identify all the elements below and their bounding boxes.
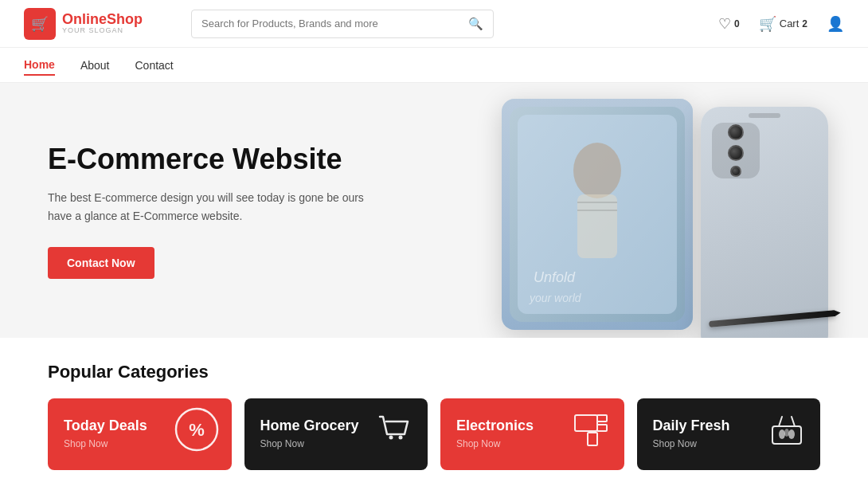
electronics-icon: [570, 409, 612, 460]
category-name-today-deals: Today Deals: [64, 418, 147, 435]
header-actions: ♡ 0 🛒 Cart 2 👤: [718, 15, 844, 33]
hero-image: Unfold your world: [390, 83, 868, 338]
phone-fold-illustration: Unfold your world: [502, 99, 693, 330]
nav-item-home[interactable]: Home: [24, 55, 55, 76]
svg-point-10: [389, 436, 393, 440]
category-name-home-grocery: Home Grocery: [260, 418, 359, 435]
today-deals-icon: %: [174, 407, 219, 461]
camera-lens-3: [730, 166, 741, 177]
category-electronics[interactable]: Electronics Shop Now: [440, 398, 624, 470]
user-button[interactable]: 👤: [827, 15, 844, 33]
header: 🛒 OnlineShop Your Slogan 🔍 ♡ 0 🛒 Cart 2 …: [0, 0, 868, 48]
search-input[interactable]: [201, 18, 468, 29]
svg-rect-13: [588, 433, 597, 445]
svg-rect-15: [597, 425, 607, 431]
search-bar[interactable]: 🔍: [191, 10, 494, 38]
hero-title: E-Commerce Website: [48, 142, 382, 176]
svg-text:Unfold: Unfold: [534, 269, 576, 285]
category-home-grocery[interactable]: Home Grocery Shop Now: [244, 398, 428, 470]
svg-point-18: [788, 429, 795, 439]
category-shop-home-grocery[interactable]: Shop Now: [260, 438, 359, 449]
svg-text:%: %: [189, 420, 205, 440]
navigation: Home About Contact: [0, 48, 868, 83]
svg-rect-12: [575, 415, 597, 431]
cart-button[interactable]: 🛒 Cart 2: [759, 15, 807, 33]
category-shop-daily-fresh[interactable]: Shop Now: [653, 438, 730, 449]
nav-item-about[interactable]: About: [80, 56, 110, 75]
hero-content: E-Commerce Website The best E-commerce d…: [48, 142, 382, 279]
popular-categories-title: Popular Categories: [48, 362, 820, 382]
category-today-deals[interactable]: Today Deals Shop Now %: [48, 398, 232, 470]
camera-lens-2: [728, 145, 744, 161]
svg-point-19: [784, 429, 789, 437]
user-icon: 👤: [827, 15, 844, 33]
camera-lens-main: [728, 124, 744, 140]
heart-icon: ♡: [718, 15, 731, 33]
category-shop-electronics[interactable]: Shop Now: [456, 438, 534, 449]
logo[interactable]: 🛒 OnlineShop Your Slogan: [24, 8, 167, 40]
categories-grid: Today Deals Shop Now % Home Grocery Shop…: [48, 398, 820, 470]
svg-rect-3: [577, 194, 617, 258]
phone-straight-illustration: [701, 107, 828, 338]
category-name-daily-fresh: Daily Fresh: [653, 418, 730, 435]
category-daily-fresh[interactable]: Daily Fresh Shop Now: [637, 398, 821, 470]
logo-subtitle: Your Slogan: [62, 27, 143, 35]
cart-label: Cart: [780, 18, 800, 29]
likes-button[interactable]: ♡ 0: [718, 15, 740, 33]
svg-point-17: [779, 429, 785, 439]
svg-point-2: [573, 143, 621, 198]
home-grocery-icon: [373, 409, 415, 460]
category-shop-today-deals[interactable]: Shop Now: [64, 438, 147, 449]
category-name-electronics: Electronics: [456, 418, 534, 435]
hero-section: E-Commerce Website The best E-commerce d…: [0, 83, 868, 338]
likes-count: 0: [734, 18, 740, 29]
svg-text:your world: your world: [529, 292, 582, 304]
popular-categories-section: Popular Categories Today Deals Shop Now …: [0, 338, 868, 494]
hero-description: The best E-commerce design you will see …: [48, 189, 382, 225]
cart-icon: 🛒: [759, 15, 776, 33]
daily-fresh-icon: [766, 409, 807, 460]
logo-icon: 🛒: [24, 8, 56, 40]
nav-item-contact[interactable]: Contact: [135, 56, 174, 75]
svg-rect-14: [597, 415, 607, 421]
logo-title: OnlineShop: [62, 12, 143, 28]
cart-count: 2: [802, 18, 807, 29]
search-icon[interactable]: 🔍: [468, 17, 483, 31]
svg-point-11: [399, 436, 403, 440]
camera-module: [712, 123, 760, 178]
contact-now-button[interactable]: Contact Now: [48, 247, 154, 279]
